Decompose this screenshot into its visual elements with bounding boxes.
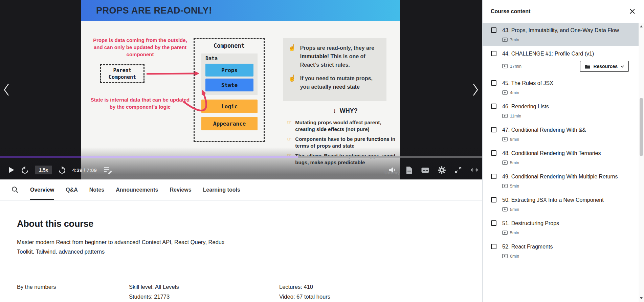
lecture-title: 44. CHALLENGE #1: Profile Card (v1) [502,50,624,58]
lecture-title: 47. Conditional Rendering With && [502,126,624,134]
lecture-checkbox[interactable] [491,220,496,226]
lecture-duration: 5min [502,160,519,165]
lecture-checkbox[interactable] [491,27,496,33]
lecture-duration: 11min [502,114,521,118]
video-play-icon [502,160,508,165]
lecture-item[interactable]: 44. CHALLENGE #1: Profile Card (v1) 17mi… [483,46,639,76]
lecture-title: 43. Props, Immutability, and One-Way Dat… [502,26,624,35]
lecture-duration: 9min [502,137,519,142]
data-label: Data [205,56,253,62]
playback-speed-button[interactable]: 1.5x [35,166,52,174]
close-sidebar-button[interactable] [629,8,636,15]
rewind-button[interactable] [21,166,29,174]
about-heading: About this course [17,219,482,229]
progress-played-segment [81,156,298,158]
expanded-view-button[interactable] [471,166,478,174]
lecture-title: 46. Rendering Lists [502,103,624,111]
lecture-title: 45. The Rules of JSX [502,79,624,87]
bullet-point: ☞ Mutating props would affect parent, cr… [287,119,399,133]
video-play-icon [502,64,508,69]
lecture-checkbox[interactable] [491,197,496,202]
add-note-icon [104,166,113,174]
lecture-checkbox[interactable] [491,244,496,249]
lecture-checkbox[interactable] [491,150,496,156]
lecture-checkbox[interactable] [491,80,496,86]
about-description: Master modern React from beginner to adv… [17,237,229,256]
fullscreen-icon [454,166,462,174]
progress-played-segment [0,156,81,158]
lecture-item[interactable]: 43. Props, Immutability, and One-Way Dat… [483,23,639,46]
tab-notes[interactable]: Notes [89,179,104,200]
chevron-down-icon [621,65,624,68]
forward-button[interactable] [58,166,66,174]
captions-button[interactable] [421,167,429,174]
down-arrow-icon: ↓ [333,106,336,114]
lecture-duration: 5min [502,184,519,189]
tab-overview[interactable]: Overview [30,179,54,200]
chevron-right-icon [471,82,480,98]
pointing-right-icon: ☞ [287,119,292,133]
scroll-down-arrow-icon[interactable] [640,297,643,299]
lecture-duration-text: 11min [510,114,521,118]
search-button[interactable] [12,179,19,200]
panel-point: ☝ If you need to mutate props, you actua… [288,74,382,91]
lecture-item[interactable]: 45. The Rules of JSX 4min [483,76,639,99]
lecture-title: 52. React Fragments [502,243,624,251]
video-play-icon [502,90,508,95]
props-box: Props [205,64,253,77]
props-arrow [147,73,198,74]
lecture-checkbox[interactable] [491,104,496,109]
lecture-duration: 6min [502,254,519,259]
tab-reviews[interactable]: Reviews [170,179,192,200]
lecture-duration-text: 5min [510,160,519,165]
lecture-item[interactable]: 51. Destructuring Props 5min [483,216,639,239]
lecture-duration-text: 5min [510,207,519,212]
video-next-button[interactable] [471,82,480,99]
lecture-duration: 5min [502,231,519,235]
logic-box: Logic [201,100,258,113]
scroll-up-arrow-icon[interactable] [640,25,643,27]
lecture-item[interactable]: 49. Conditional Rendering With Multiple … [483,169,639,192]
lecture-item[interactable]: 47. Conditional Rendering With && 9min [483,122,639,146]
add-note-button[interactable] [104,166,113,174]
lecture-duration: 7min [502,38,519,42]
video-play-icon [502,254,508,259]
skill-level-stat: Skill level: All Levels [129,282,279,292]
tab-q-a[interactable]: Q&A [66,179,78,200]
lecture-item[interactable]: 46. Rendering Lists 11min [483,99,639,122]
component-box: Component Data Props State Logic Appeara… [194,38,265,142]
data-box: Data Props State [201,53,258,95]
lecture-item[interactable]: 48. Conditional Rendering With Ternaries… [483,146,639,169]
lecture-item[interactable]: 50. Extracting JSX Into a New Component … [483,192,639,216]
numbers-label: By the numbers [17,282,129,302]
resources-dropdown[interactable]: Resources [580,61,629,72]
rewind-icon [21,166,29,174]
progress-remaining-segment [400,156,482,158]
lecture-checkbox[interactable] [491,174,496,179]
lecture-duration: 5min [502,207,519,212]
pointing-up-icon: ☝ [288,74,296,91]
tab-announcements[interactable]: Announcements [116,179,158,200]
lecture-duration-text: 17min [510,64,521,69]
play-button[interactable] [7,166,15,174]
video-controls: 1.5x 4:39 / 7:09 [0,160,482,179]
lecture-duration-text: 7min [510,38,519,42]
lecture-checkbox[interactable] [491,127,496,132]
lecture-item[interactable]: 52. React Fragments 6min [483,239,639,262]
scrollbar-thumb[interactable] [640,98,643,156]
settings-button[interactable] [438,166,446,174]
component-box-title: Component [195,42,264,49]
tab-learning-tools[interactable]: Learning tools [203,179,240,200]
video-play-icon [502,207,508,212]
progress-bar[interactable] [0,156,482,158]
transcript-button[interactable] [406,166,413,174]
course-content-panel: Course content 43. Props, Immutability, … [482,0,644,302]
lecture-checkbox[interactable] [491,51,496,56]
course-content-list: 43. Props, Immutability, and One-Way Dat… [483,23,639,302]
video-prev-button[interactable] [2,82,11,99]
sidebar-scrollbar[interactable] [639,23,644,302]
panel-point: ☝ Props are read-only, they are immutabl… [288,44,382,69]
lecture-title: 49. Conditional Rendering With Multiple … [502,173,624,181]
lecture-duration-text: 5min [510,184,519,189]
fullscreen-button[interactable] [454,166,462,174]
